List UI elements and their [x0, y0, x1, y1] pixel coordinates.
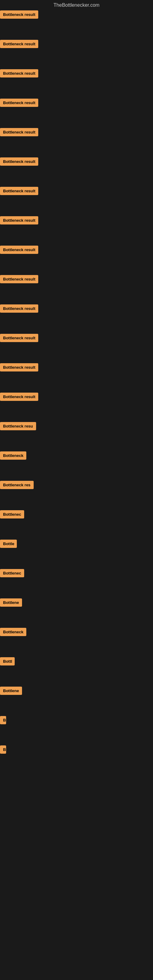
list-item: Bottleneck [0, 627, 153, 638]
list-item: Bottl [0, 656, 153, 668]
bottleneck-badge[interactable]: Bottle [0, 539, 17, 548]
bottleneck-badge[interactable]: Bottleneck result [0, 158, 38, 166]
bottleneck-badge[interactable]: Bottleneck result [0, 99, 38, 107]
list-item: Bottleneck res [0, 480, 153, 492]
list-item: B [0, 744, 153, 756]
items-container: Bottleneck resultBottleneck resultBottle… [0, 9, 153, 773]
bottleneck-badge[interactable]: Bottlenec [0, 510, 24, 519]
list-item: Bottleneck result [0, 186, 153, 197]
bottleneck-badge[interactable]: Bottlene [0, 687, 22, 695]
list-item: Bottleneck result [0, 97, 153, 109]
bottleneck-badge[interactable]: Bottleneck resu [0, 422, 36, 430]
bottleneck-badge[interactable]: Bottleneck result [0, 69, 38, 78]
site-header: TheBottlenecker.com [0, 0, 153, 9]
bottleneck-badge[interactable]: Bottleneck result [0, 304, 38, 313]
list-item: Bottleneck [0, 450, 153, 462]
list-item: Bottle [0, 538, 153, 550]
bottleneck-badge[interactable]: Bottleneck result [0, 363, 38, 371]
bottleneck-badge[interactable]: Bottleneck [0, 628, 26, 636]
bottleneck-badge[interactable]: Bottleneck result [0, 393, 38, 401]
list-item: Bottlenec [0, 509, 153, 521]
bottleneck-badge[interactable]: Bottl [0, 657, 15, 665]
bottleneck-badge[interactable]: B [0, 745, 6, 754]
list-item: Bottleneck result [0, 215, 153, 227]
site-title: TheBottlenecker.com [0, 0, 153, 9]
list-item: Bottleneck result [0, 68, 153, 80]
list-item: Bottleneck result [0, 38, 153, 51]
bottleneck-badge[interactable]: Bottlenec [0, 569, 24, 577]
bottleneck-badge[interactable]: Bottleneck result [0, 216, 38, 224]
list-item: Bottleneck result [0, 244, 153, 256]
bottleneck-badge[interactable]: Bottleneck result [0, 128, 38, 136]
list-item: Bottleneck resu [0, 421, 153, 433]
bottleneck-badge[interactable]: B [0, 716, 6, 724]
list-item: Bottleneck result [0, 391, 153, 403]
list-item: Bottlene [0, 597, 153, 609]
bottleneck-badge[interactable]: Bottleneck result [0, 275, 38, 283]
list-item: Bottleneck result [0, 303, 153, 315]
bottleneck-badge[interactable]: Bottleneck result [0, 246, 38, 254]
bottleneck-badge[interactable]: Bottleneck res [0, 481, 33, 489]
list-item: Bottleneck result [0, 127, 153, 139]
list-item: Bottleneck result [0, 274, 153, 286]
bottleneck-badge[interactable]: Bottleneck result [0, 187, 38, 195]
list-item: Bottleneck result [0, 362, 153, 374]
list-item: Bottleneck result [0, 332, 153, 345]
list-item: Bottlenec [0, 568, 153, 580]
list-item: Bottlene [0, 686, 153, 697]
list-item: B [0, 715, 153, 727]
bottleneck-badge[interactable]: Bottleneck result [0, 10, 38, 19]
list-item: Bottleneck result [0, 156, 153, 168]
bottleneck-badge[interactable]: Bottleneck result [0, 334, 38, 342]
list-item: Bottleneck result [0, 9, 153, 21]
bottleneck-badge[interactable]: Bottleneck [0, 452, 26, 460]
bottleneck-badge[interactable]: Bottlene [0, 598, 22, 607]
bottleneck-badge[interactable]: Bottleneck result [0, 40, 38, 48]
